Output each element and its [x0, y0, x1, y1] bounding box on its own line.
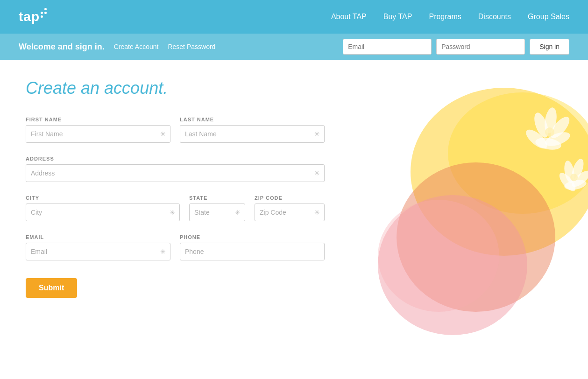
svg-point-5 [531, 111, 551, 140]
first-name-input[interactable] [26, 125, 170, 143]
city-input[interactable] [26, 204, 180, 221]
svg-point-10 [523, 126, 550, 152]
email-label: EMAIL [26, 234, 170, 240]
main-content: Create an account. FIRST NAME ✳ LAST NAM… [0, 60, 588, 358]
nav-links: About TAP Buy TAP Programs Discounts Gro… [331, 13, 569, 21]
nav-discounts[interactable]: Discounts [478, 13, 511, 21]
first-name-wrapper: ✳ [26, 125, 170, 143]
svg-point-11 [545, 127, 554, 137]
svg-point-15 [564, 178, 588, 191]
email-wrapper: ✳ [26, 243, 170, 260]
svg-point-13 [569, 157, 586, 182]
address-label: ADDRESS [26, 156, 325, 161]
svg-point-17 [570, 174, 578, 181]
state-group: STATE ✳ [189, 195, 245, 221]
svg-point-1 [448, 92, 588, 214]
email-group: EMAIL ✳ [26, 234, 170, 260]
reset-password-link[interactable]: Reset Password [168, 43, 215, 50]
last-name-label: LAST NAME [180, 117, 325, 122]
svg-point-14 [569, 168, 588, 190]
svg-point-8 [544, 129, 572, 149]
address-row: ADDRESS ✳ [26, 156, 325, 182]
city-group: CITY ✳ [26, 195, 180, 221]
nav-programs[interactable]: Programs [429, 13, 461, 21]
phone-input[interactable] [180, 243, 325, 260]
nav-about-tap[interactable]: About TAP [331, 13, 367, 21]
logo-text: tap [19, 9, 40, 24]
svg-point-3 [378, 195, 527, 335]
nav-buy-tap[interactable]: Buy TAP [383, 13, 412, 21]
svg-point-6 [543, 106, 558, 134]
first-name-group: FIRST NAME ✳ [26, 117, 170, 143]
svg-point-12 [563, 160, 576, 184]
city-wrapper: ✳ [26, 204, 180, 221]
watercolor-decoration [364, 78, 588, 340]
last-name-wrapper: ✳ [180, 125, 325, 143]
create-account-form: FIRST NAME ✳ LAST NAME ✳ ADDRESS [26, 117, 325, 298]
page-title: Create an account. [26, 78, 562, 98]
create-account-link[interactable]: Create Account [114, 43, 159, 50]
city-state-zip-row: CITY ✳ STATE ✳ ZIP CODE ✳ [26, 195, 325, 221]
state-input[interactable] [189, 204, 245, 221]
nav-group-sales[interactable]: Group Sales [528, 13, 569, 21]
first-name-label: FIRST NAME [26, 117, 170, 122]
zip-input[interactable] [255, 204, 325, 221]
submit-button[interactable]: Submit [26, 278, 77, 298]
svg-point-2 [397, 162, 555, 312]
signin-left: Welcome and sign in. Create Account Rese… [19, 42, 215, 52]
top-nav: tap About TAP Buy TAP Programs Discounts… [0, 0, 588, 34]
welcome-text: Welcome and sign in. [19, 42, 105, 52]
signin-bar: Welcome and sign in. Create Account Rese… [0, 34, 588, 60]
logo[interactable]: tap [19, 9, 46, 24]
svg-point-7 [547, 114, 573, 141]
phone-label: PHONE [180, 234, 325, 240]
address-group: ADDRESS ✳ [26, 156, 325, 182]
city-label: CITY [26, 195, 180, 201]
last-name-input[interactable] [180, 125, 325, 143]
zip-label: ZIP CODE [255, 195, 325, 201]
phone-wrapper [180, 243, 325, 260]
signin-button[interactable]: Sign in [530, 39, 569, 55]
zip-group: ZIP CODE ✳ [255, 195, 325, 221]
email-input[interactable] [26, 243, 170, 260]
email-signin-input[interactable] [343, 39, 432, 55]
signin-right: Sign in [343, 39, 569, 55]
email-phone-row: EMAIL ✳ PHONE [26, 234, 325, 260]
last-name-group: LAST NAME ✳ [180, 117, 325, 143]
zip-wrapper: ✳ [255, 204, 325, 221]
address-input[interactable] [26, 164, 325, 182]
svg-point-9 [534, 136, 562, 151]
state-label: STATE [189, 195, 245, 201]
password-signin-input[interactable] [436, 39, 525, 55]
svg-point-0 [411, 88, 588, 256]
address-wrapper: ✳ [26, 164, 325, 182]
svg-point-16 [557, 170, 578, 194]
logo-dots [41, 8, 47, 18]
state-wrapper: ✳ [189, 204, 245, 221]
svg-point-4 [378, 200, 499, 312]
phone-group: PHONE [180, 234, 325, 260]
name-row: FIRST NAME ✳ LAST NAME ✳ [26, 117, 325, 143]
